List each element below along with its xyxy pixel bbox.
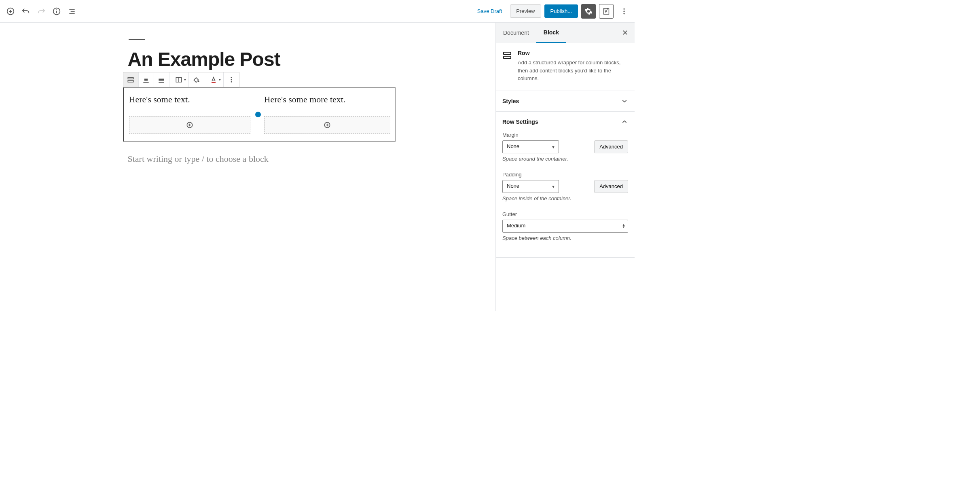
undo-icon — [21, 7, 30, 16]
block-type-button[interactable] — [123, 72, 139, 87]
row-block[interactable]: Here's some text. Here's some more text. — [123, 87, 396, 142]
main-area: An Example Post ▼ — [0, 23, 635, 311]
top-toolbar: Save Draft Preview Publish... — [0, 0, 635, 23]
svg-point-23 — [231, 79, 232, 81]
row-icon — [502, 51, 512, 60]
column-2[interactable]: Here's some more text. — [264, 94, 390, 134]
gutter-help: Space between each column. — [502, 235, 628, 241]
block-description: Add a structured wrapper for column bloc… — [518, 59, 628, 83]
block-info-header: Row Add a structured wrapper for column … — [496, 43, 635, 91]
settings-button[interactable] — [581, 4, 596, 19]
publish-button[interactable]: Publish... — [544, 4, 578, 18]
svg-rect-32 — [504, 56, 511, 59]
column-2-text[interactable]: Here's some more text. — [264, 94, 390, 105]
panel-row-settings-label: Row Settings — [502, 119, 538, 125]
redo-icon — [37, 7, 46, 16]
svg-rect-13 — [128, 81, 133, 82]
column-1-text[interactable]: Here's some text. — [129, 94, 250, 105]
caret-down-icon: ▼ — [551, 184, 555, 189]
margin-value: None — [507, 143, 519, 149]
toolbar-left — [3, 4, 79, 19]
preview-button[interactable]: Preview — [510, 4, 541, 18]
gutter-select[interactable]: Medium ▲▼ — [502, 220, 628, 233]
panel-row-settings-toggle[interactable]: Row Settings — [496, 112, 635, 132]
block-toolbar: ▼ ▼ — [123, 72, 239, 87]
yoast-button[interactable] — [599, 4, 614, 19]
svg-rect-12 — [128, 77, 133, 79]
chevron-up-icon — [621, 118, 628, 125]
block-name: Row — [518, 50, 628, 56]
panel-styles: Styles — [496, 91, 635, 112]
svg-point-11 — [623, 13, 624, 14]
title-decoration — [129, 39, 145, 40]
text-color-icon — [210, 76, 218, 84]
toolbar-right: Save Draft Preview Publish... — [472, 4, 631, 19]
redo-button[interactable] — [34, 4, 49, 19]
caret-down-icon: ▼ — [218, 78, 222, 82]
svg-point-10 — [623, 11, 624, 12]
svg-rect-31 — [504, 52, 511, 55]
kebab-icon — [228, 76, 235, 83]
paint-bucket-icon — [192, 76, 200, 84]
gutter-value: Medium — [507, 222, 525, 229]
row-icon — [127, 76, 135, 84]
yoast-icon — [602, 7, 611, 16]
undo-button[interactable] — [19, 4, 33, 19]
close-icon: ✕ — [622, 29, 628, 37]
tab-document[interactable]: Document — [496, 23, 536, 42]
align-wide-icon — [157, 76, 165, 84]
columns-button[interactable]: ▼ — [169, 72, 189, 87]
add-block-zone-1[interactable] — [129, 116, 250, 134]
text-color-button[interactable]: ▼ — [204, 72, 224, 87]
padding-advanced-button[interactable]: Advanced — [594, 180, 628, 193]
plus-circle-icon — [6, 7, 15, 16]
svg-rect-14 — [144, 79, 148, 81]
svg-point-22 — [231, 77, 232, 78]
more-menu-button[interactable] — [617, 4, 631, 19]
caret-down-icon: ▼ — [551, 144, 555, 149]
caret-down-icon: ▼ — [184, 78, 187, 82]
padding-select[interactable]: None ▼ — [502, 180, 559, 193]
info-icon — [52, 7, 61, 16]
new-block-placeholder[interactable]: Start writing or type / to choose a bloc… — [128, 154, 420, 164]
settings-sidebar: Document Block ✕ Row Add a structured wr… — [495, 23, 635, 311]
align-wide-button[interactable] — [154, 72, 169, 87]
gear-icon — [584, 7, 593, 15]
field-margin: Margin None ▼ Advanced Space around the … — [502, 132, 628, 162]
post-title[interactable]: An Example Post — [128, 48, 420, 70]
svg-point-24 — [231, 81, 232, 83]
info-button[interactable] — [49, 4, 64, 19]
add-block-button[interactable] — [3, 4, 18, 19]
list-icon — [68, 7, 76, 15]
add-block-zone-2[interactable] — [264, 116, 390, 134]
padding-value: None — [507, 183, 519, 189]
panel-styles-label: Styles — [502, 98, 519, 104]
plus-circle-icon — [323, 121, 331, 129]
kebab-icon — [620, 7, 628, 15]
margin-select[interactable]: None ▼ — [502, 140, 559, 153]
block-more-button[interactable] — [224, 72, 239, 87]
svg-point-4 — [56, 9, 57, 10]
columns-icon — [175, 76, 183, 84]
updown-icon: ▲▼ — [622, 224, 625, 229]
outline-button[interactable] — [65, 4, 79, 19]
save-draft-button[interactable]: Save Draft — [472, 5, 507, 17]
plus-circle-icon — [186, 121, 194, 129]
padding-label: Padding — [502, 172, 628, 178]
margin-advanced-button[interactable]: Advanced — [594, 140, 628, 153]
fill-color-button[interactable] — [189, 72, 204, 87]
margin-help: Space around the container. — [502, 156, 628, 162]
column-1[interactable]: Here's some text. — [129, 94, 250, 134]
sidebar-close-button[interactable]: ✕ — [616, 28, 635, 37]
align-center-button[interactable] — [139, 72, 154, 87]
tab-block[interactable]: Block — [536, 23, 566, 43]
svg-rect-16 — [159, 79, 164, 81]
margin-label: Margin — [502, 132, 628, 138]
column-resize-handle[interactable] — [255, 112, 261, 117]
align-center-icon — [142, 76, 150, 84]
panel-styles-toggle[interactable]: Styles — [496, 91, 635, 111]
field-gutter: Gutter Medium ▲▼ Space between each colu… — [502, 211, 628, 241]
svg-point-20 — [198, 81, 199, 82]
padding-help: Space inside of the container. — [502, 195, 628, 201]
sidebar-tabs: Document Block ✕ — [496, 23, 635, 43]
